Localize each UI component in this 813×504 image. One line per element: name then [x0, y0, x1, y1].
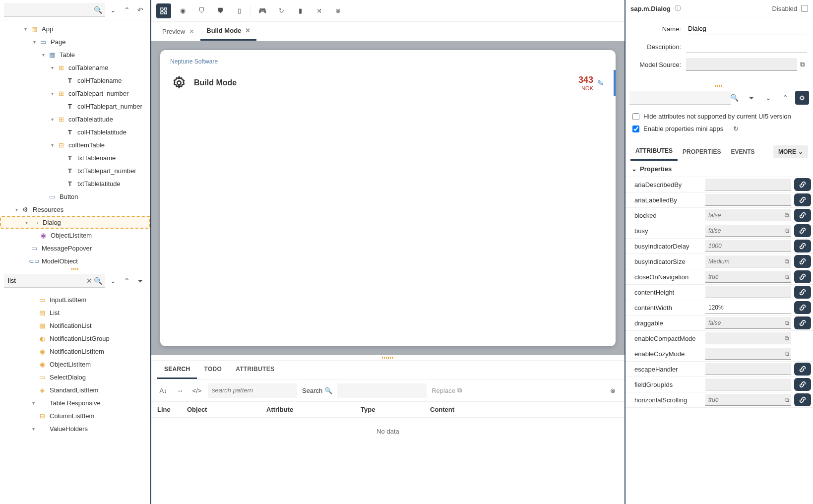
tree-toggle-icon[interactable]: ▾: [40, 52, 47, 58]
search-icon[interactable]: 🔍: [94, 277, 102, 285]
canvas-object-row[interactable]: Build Mode 343 NOK ✎: [160, 70, 616, 96]
value-picker-icon[interactable]: ⧉: [785, 227, 789, 234]
mid-resizer[interactable]: [151, 355, 625, 360]
tree-node-objectlistitem[interactable]: ◉ ObjectListItem: [0, 229, 150, 242]
search-pattern-input[interactable]: [208, 383, 297, 397]
bookmark-icon[interactable]: ▮: [293, 3, 308, 18]
search-button[interactable]: Search 🔍: [302, 387, 332, 394]
prop-value-input[interactable]: [705, 194, 791, 206]
bind-button[interactable]: [794, 286, 811, 299]
tree-node-app[interactable]: ▾ ▦ App: [0, 22, 150, 35]
tree-node-table[interactable]: ▾ ▦ Table: [0, 48, 150, 61]
library-item-notificationlist[interactable]: ▤ NotificationList: [0, 319, 150, 332]
model-source-input[interactable]: [686, 58, 797, 71]
library-item-notificationlistitem[interactable]: ◉ NotificationListItem: [0, 345, 150, 358]
edit-icon[interactable]: ✎: [597, 78, 604, 88]
library-item-table-responsive[interactable]: ▾ Table Responsive: [0, 396, 150, 409]
prop-value-input[interactable]: [705, 302, 791, 314]
library-item-standardlistitem[interactable]: ◈ StandardListItem: [0, 383, 150, 396]
tree-node-coltablename[interactable]: ▾ ⊞ colTablename: [0, 61, 150, 74]
value-picker-icon[interactable]: ⧉: [785, 396, 789, 403]
library-item-notificationlistgroup[interactable]: ◐ NotificationListGroup: [0, 332, 150, 345]
tree-node-txttablelatitude[interactable]: T txtTablelatitude: [0, 177, 150, 190]
tree-toggle-icon[interactable]: ▾: [49, 65, 56, 70]
bind-button[interactable]: [794, 209, 811, 222]
search-icon[interactable]: 🔍: [94, 6, 102, 14]
library-item-inputlistitem[interactable]: ▭ InputListItem: [0, 293, 150, 306]
tree-toggle-icon[interactable]: ▾: [22, 26, 29, 32]
props-tab-events[interactable]: EVENTS: [726, 143, 759, 160]
tree-toggle-icon[interactable]: ▾: [49, 91, 56, 96]
clear-icon[interactable]: ✕: [86, 277, 92, 285]
filter-icon[interactable]: ⏷: [134, 274, 146, 288]
puzzle-icon[interactable]: [156, 3, 171, 18]
tree-node-button[interactable]: ▭ Button: [0, 190, 150, 203]
library-item-columnlistitem[interactable]: ⊟ ColumnListItem: [0, 409, 150, 422]
bind-button[interactable]: [794, 316, 811, 329]
prop-value-input[interactable]: [705, 378, 791, 390]
filter-icon[interactable]: ⏷: [745, 91, 758, 105]
settings-button[interactable]: ⚙: [795, 91, 809, 105]
bind-button[interactable]: [794, 255, 811, 268]
bind-button[interactable]: [794, 393, 811, 406]
library-item-list[interactable]: ▤ List: [0, 306, 150, 319]
collapse-up-icon[interactable]: ⌃: [121, 3, 133, 17]
device-icon[interactable]: ▯: [232, 3, 247, 18]
search-icon[interactable]: 🔍: [730, 94, 739, 102]
bottom-tab-todo[interactable]: TODO: [197, 361, 229, 379]
bind-button[interactable]: [794, 378, 811, 391]
bind-button[interactable]: [794, 270, 811, 283]
tree-node-colhtablepart_number[interactable]: T colHTablepart_number: [0, 100, 150, 113]
help-icon[interactable]: ⓘ: [675, 4, 681, 13]
tree-toggle-icon[interactable]: ▾: [23, 220, 30, 225]
tree-node-coltablelatitude[interactable]: ▾ ⊞ colTablelatitude: [0, 113, 150, 126]
collapse-up-icon[interactable]: ⌃: [121, 274, 133, 288]
tree-toggle-icon[interactable]: ▾: [30, 426, 37, 432]
clear-circle-icon[interactable]: ⊗: [607, 387, 619, 394]
library-item-valueholders[interactable]: ▾ ValueHolders: [0, 422, 150, 435]
tree-toggle-icon[interactable]: ▾: [49, 117, 56, 122]
prop-value-input[interactable]: [705, 255, 791, 267]
tab-build-mode[interactable]: Build Mode✕: [200, 22, 256, 41]
bind-button[interactable]: [794, 224, 811, 237]
play-icon[interactable]: ◉: [175, 3, 190, 18]
prop-value-input[interactable]: [705, 271, 791, 283]
tab-preview[interactable]: Preview✕: [156, 22, 200, 41]
prop-value-input[interactable]: [705, 286, 791, 298]
tree-node-colhtablelatitude[interactable]: T colHTablelatitude: [0, 126, 150, 138]
swap-icon[interactable]: ↔: [174, 387, 186, 394]
bottom-tab-attributes[interactable]: ATTRIBUTES: [229, 361, 281, 379]
library-item-objectlistitem[interactable]: ◉ ObjectListItem: [0, 358, 150, 371]
tree-toggle-icon[interactable]: ▾: [49, 142, 56, 148]
hide-unsupported-checkbox[interactable]: [632, 113, 639, 120]
props-search-input[interactable]: [629, 91, 731, 105]
tree-node-txttablename[interactable]: T txtTablename: [0, 151, 150, 164]
tree-node-txttablepart_number[interactable]: T txtTablepart_number: [0, 164, 150, 177]
shield2-icon[interactable]: ⛊: [213, 3, 228, 18]
value-picker-icon[interactable]: ⧉: [785, 335, 789, 342]
tree-node-coltablepart_number[interactable]: ▾ ⊞ colTablepart_number: [0, 87, 150, 100]
undo-icon[interactable]: ↶: [134, 3, 146, 17]
disabled-checkbox[interactable]: [801, 5, 808, 12]
bind-button[interactable]: [794, 301, 811, 314]
prop-value-input[interactable]: [705, 317, 791, 329]
sort-az-icon[interactable]: A↓: [157, 387, 169, 394]
bind-button[interactable]: [794, 193, 811, 206]
tree-node-colitemtable[interactable]: ▾ ⊟ colItemTable: [0, 138, 150, 151]
prop-value-input[interactable]: [705, 332, 791, 344]
tree-toggle-icon[interactable]: ▾: [30, 400, 37, 406]
tree-node-dialog[interactable]: ▾ ▭ Dialog: [0, 216, 150, 229]
code-icon[interactable]: </>: [191, 387, 203, 394]
value-picker-icon[interactable]: ⧉: [785, 273, 789, 280]
collapse-up-icon[interactable]: ⌃: [778, 91, 792, 105]
mini-apps-checkbox[interactable]: [632, 126, 639, 132]
prop-value-input[interactable]: [705, 348, 791, 360]
tree-node-page[interactable]: ▾ ▭ Page: [0, 35, 150, 48]
value-picker-icon[interactable]: ⧉: [785, 350, 789, 357]
tree-toggle-icon[interactable]: ▾: [31, 39, 38, 45]
name-input[interactable]: [686, 22, 807, 35]
value-picker-icon[interactable]: ⧉: [785, 212, 789, 219]
bind-button[interactable]: [794, 363, 811, 376]
expand-down-icon[interactable]: ⌄: [761, 91, 775, 105]
expand-down-icon[interactable]: ⌄: [107, 274, 119, 288]
